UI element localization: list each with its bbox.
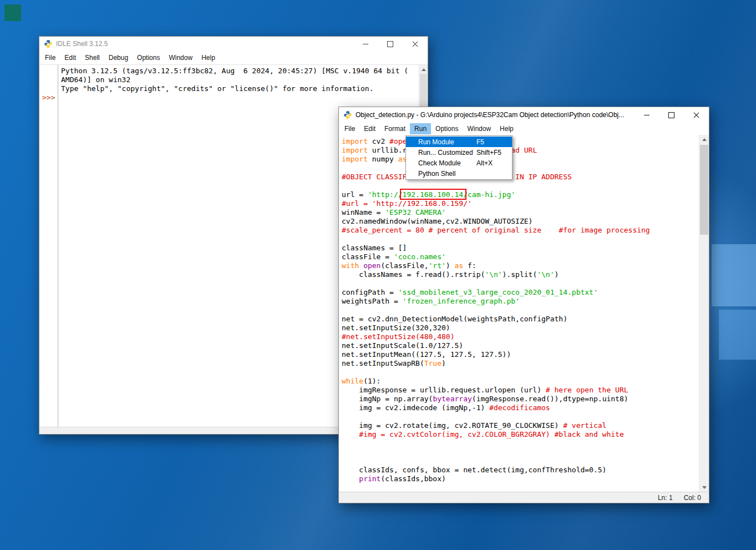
code-segment: (classIds,bbox) xyxy=(380,475,445,483)
menu-item-label: Check Module xyxy=(418,159,461,167)
status-column-indicator: Col: 0 xyxy=(684,494,701,502)
code-segment: img = cv2.rotate(img, cv2.ROTATE_90_CLOC… xyxy=(342,421,563,430)
code-segment: net.setInputSize(320,320) xyxy=(342,324,450,332)
menu-item-debug[interactable]: Debug xyxy=(104,52,133,63)
shell-maximize-button[interactable] xyxy=(378,37,403,51)
menu-item-label: Run... Customized xyxy=(418,149,473,157)
menu-item-edit[interactable]: Edit xyxy=(60,52,80,63)
code-segment xyxy=(342,475,359,483)
menu-item-window[interactable]: Window xyxy=(463,123,495,134)
menu-item-shortcut: Alt+X xyxy=(476,159,493,167)
code-line xyxy=(342,306,699,315)
code-segment xyxy=(359,261,363,270)
code-line xyxy=(342,457,699,466)
shell-close-button[interactable] xyxy=(403,37,428,51)
code-segment: #scale_percent = 80 # percent of origina… xyxy=(342,226,650,234)
code-segment: '\n' xyxy=(537,270,554,279)
code-line: classNames = f.read().rstrip('\n').split… xyxy=(342,270,699,279)
menu-item-file[interactable]: File xyxy=(340,123,359,134)
code-segment: net = cv2.dnn_DetectionModel(weightsPath… xyxy=(342,315,567,323)
code-line: net.setInputSize(320,320) xyxy=(342,324,699,332)
code-line: #OBJECT CLASSIFICATION USING LIVE VIDEO … xyxy=(342,173,699,181)
code-line xyxy=(342,181,699,190)
code-line: net.setInputSwapRB(True) xyxy=(342,359,699,368)
run-menu-item-check-module[interactable]: Check ModuleAlt+X xyxy=(406,158,512,168)
code-segment: open xyxy=(363,261,380,270)
code-segment: '\n' xyxy=(485,270,502,279)
code-line: classFile = 'coco.names' xyxy=(342,253,699,261)
code-area-lines: import cv2 #opencvimport urllib.request … xyxy=(342,137,699,483)
code-line: #img = cv2.cvtColor(img, cv2.COLOR_BGR2G… xyxy=(342,430,699,439)
maximize-icon xyxy=(668,112,674,118)
editor-minimize-button[interactable] xyxy=(634,107,659,123)
scroll-down-icon[interactable] xyxy=(699,483,709,492)
code-line: winName = 'ESP32 CAMERA' xyxy=(342,208,699,217)
menu-item-run[interactable]: Run xyxy=(410,123,431,134)
shell-minimize-button[interactable] xyxy=(353,37,378,51)
code-segment: classIds, confs, bbox = net.detect(img,c… xyxy=(342,466,606,474)
menu-item-options[interactable]: Options xyxy=(133,52,164,63)
run-menu-item-run-module[interactable]: Run ModuleF5 xyxy=(406,137,512,147)
code-segment: 'ssd_mobilenet_v3_large_coco_2020_01_14.… xyxy=(398,288,598,296)
code-segment: numpy xyxy=(368,155,398,163)
menu-item-shortcut: F5 xyxy=(476,138,484,146)
editor-scrollbar[interactable] xyxy=(699,135,709,492)
code-line: import numpy as np xyxy=(342,155,699,164)
code-segment: cv2.namedWindow(winName,cv2.WINDOW_AUTOS… xyxy=(342,217,532,225)
menu-item-shortcut: Shift+F5 xyxy=(476,149,501,157)
code-segment: classNames = [] xyxy=(342,244,407,252)
menu-item-help[interactable]: Help xyxy=(197,52,220,63)
code-editor-area[interactable]: import cv2 #opencvimport urllib.request … xyxy=(339,135,699,492)
code-line: net = cv2.dnn_DetectionModel(weightsPath… xyxy=(342,315,699,324)
code-segment: imgNp = np.array( xyxy=(342,395,433,403)
menu-item-format[interactable]: Format xyxy=(380,123,410,134)
editor-titlebar[interactable]: Object_detection.py - G:\Arduino project… xyxy=(339,107,709,123)
code-line: net.setInputMean((127.5, 127.5, 127.5)) xyxy=(342,350,699,359)
code-segment: url = xyxy=(342,190,368,199)
code-segment: net.setInputSwapRB( xyxy=(342,359,424,367)
shell-prompt: >>> xyxy=(42,93,55,102)
editor-scrollbar-thumb[interactable] xyxy=(700,145,708,235)
editor-window[interactable]: Object_detection.py - G:\Arduino project… xyxy=(338,107,709,503)
code-segment: as xyxy=(455,261,464,270)
code-line xyxy=(342,164,699,173)
code-segment: configPath = xyxy=(342,288,398,296)
run-menu-item-python-shell[interactable]: Python Shell xyxy=(406,168,512,179)
menu-item-shell[interactable]: Shell xyxy=(80,52,104,63)
code-segment: img = cv2.imdecode (imgNp,-1) xyxy=(342,403,489,412)
code-segment: winName = xyxy=(342,208,385,216)
code-line: import urllib.request # here we will rea… xyxy=(342,146,699,155)
menu-item-file[interactable]: File xyxy=(40,52,60,63)
code-segment: 'frozen_inference_graph.pb' xyxy=(403,297,520,305)
menu-item-edit[interactable]: Edit xyxy=(359,123,380,134)
menu-item-label: Python Shell xyxy=(418,170,455,178)
code-line: import cv2 #opencv xyxy=(342,137,699,146)
menu-item-options[interactable]: Options xyxy=(431,123,463,134)
scroll-up-icon[interactable] xyxy=(699,135,709,144)
shell-menubar: FileEditShellDebugOptionsWindowHelp xyxy=(39,51,428,65)
menu-item-help[interactable]: Help xyxy=(495,123,518,134)
wallpaper-logo-pane-2 xyxy=(719,310,756,360)
run-menu-item-run-customized[interactable]: Run... CustomizedShift+F5 xyxy=(406,147,512,158)
minimize-icon xyxy=(644,115,650,115)
wallpaper-logo-pane xyxy=(712,244,756,306)
desktop-corner-accent xyxy=(4,4,21,21)
code-segment: True xyxy=(424,359,442,367)
code-segment: import xyxy=(342,137,368,145)
python-file-icon xyxy=(343,110,352,119)
code-line: classNames = [] xyxy=(342,244,699,253)
code-segment: 'ESP32 CAMERA' xyxy=(385,208,446,216)
menu-item-window[interactable]: Window xyxy=(164,52,197,63)
editor-maximize-button[interactable] xyxy=(659,107,684,123)
code-line xyxy=(342,279,699,288)
code-segment: net.setInputScale(1.0/127.5) xyxy=(342,341,463,350)
shell-output-line: Python 3.12.5 (tags/v3.12.5:ff3bc82, Aug… xyxy=(61,67,419,75)
code-line: print(classIds,bbox) xyxy=(342,475,699,483)
code-segment: (classFile, xyxy=(380,261,428,270)
shell-window-title: IDLE Shell 3.12.5 xyxy=(56,40,353,48)
close-icon xyxy=(412,41,418,47)
scroll-up-icon[interactable] xyxy=(419,65,428,74)
shell-titlebar[interactable]: IDLE Shell 3.12.5 xyxy=(39,37,428,51)
editor-close-button[interactable] xyxy=(684,107,709,123)
code-line: url = 'http://192.168.100.14/cam-hi.jpg' xyxy=(342,190,699,199)
